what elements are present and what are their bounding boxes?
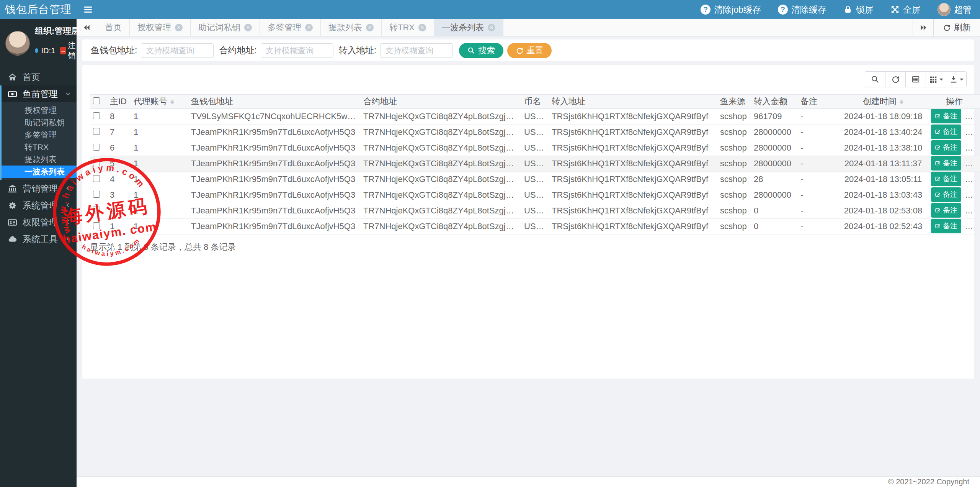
- cell-agent: 1: [131, 203, 188, 219]
- sidebar-item-marketing[interactable]: 营销管理: [0, 180, 77, 197]
- sidebar-subitem[interactable]: 转TRX: [2, 141, 77, 153]
- row-checkbox[interactable]: [93, 128, 100, 135]
- sidebar-subitem[interactable]: 提款列表: [2, 153, 77, 166]
- delete-button[interactable]: ×删除: [966, 141, 980, 156]
- tabs-scroll-right-button[interactable]: [913, 19, 933, 36]
- sidebar-item-permissions[interactable]: 权限管理: [0, 214, 77, 231]
- cell-coin: USDT: [521, 156, 549, 172]
- tab-close-icon[interactable]: ×: [305, 24, 313, 31]
- sidebar-submenu: 授权管理 助记词私钥 多签管理 转TRX 提款列表 一波杀列表: [2, 102, 77, 180]
- wallet-address-input[interactable]: [141, 43, 214, 58]
- cell-wallet: TJeamPKhR1Kr95m9n7TdL6uxcAofjvH5Q3: [188, 156, 360, 172]
- lock-screen-button[interactable]: 锁屏: [835, 0, 882, 19]
- x-icon: ×: [970, 192, 974, 198]
- delete-button[interactable]: ×删除: [966, 125, 980, 140]
- table-columns-button[interactable]: [926, 71, 946, 87]
- sidebar-subitem[interactable]: 一波杀列表: [2, 166, 77, 178]
- wallet-address-label: 鱼钱包地址:: [91, 44, 137, 56]
- tab[interactable]: 助记词私钥 ×: [191, 19, 260, 36]
- search-icon: [467, 47, 475, 54]
- table-row: 3 1 TJeamPKhR1Kr95m9n7TdL6uxcAofjvH5Q3 T…: [90, 187, 980, 203]
- fullscreen-button[interactable]: 全屏: [882, 0, 929, 19]
- tab-label: 一波杀列表: [442, 22, 484, 33]
- tab[interactable]: 提款列表 ×: [321, 19, 382, 36]
- row-checkbox[interactable]: [93, 144, 100, 151]
- tab[interactable]: 授权管理 ×: [130, 19, 191, 36]
- row-checkbox[interactable]: [93, 175, 100, 182]
- logout-button[interactable]: → 注销: [60, 40, 80, 61]
- tab-close-icon[interactable]: ×: [366, 24, 374, 31]
- tab-label: 提款列表: [328, 22, 362, 33]
- row-checkbox[interactable]: [93, 159, 100, 166]
- sidebar-item-label: 系统工具: [23, 233, 58, 245]
- refresh-tab-button[interactable]: 刷新: [933, 19, 980, 36]
- note-button[interactable]: 备注: [931, 187, 961, 202]
- note-button[interactable]: 备注: [931, 140, 961, 155]
- note-button[interactable]: 备注: [931, 109, 961, 123]
- sidebar-subitem[interactable]: 助记词私钥: [2, 116, 77, 129]
- records-summary: 显示第 1 到第 8 条记录，总共 8 条记录: [90, 241, 967, 253]
- note-button[interactable]: 备注: [931, 125, 961, 139]
- row-checkbox[interactable]: [93, 222, 100, 229]
- table-export-button[interactable]: [946, 71, 967, 87]
- sidebar-subitem[interactable]: 多签管理: [2, 129, 77, 141]
- tab-close-icon[interactable]: ×: [488, 24, 495, 31]
- grid-icon: [929, 75, 938, 84]
- table-detail-view-button[interactable]: [905, 71, 926, 87]
- tab-close-icon[interactable]: ×: [418, 24, 426, 31]
- sidebar-subitem[interactable]: 授权管理: [2, 104, 77, 116]
- sidebar-item-system[interactable]: 系统管理: [0, 197, 77, 214]
- row-checkbox[interactable]: [93, 207, 100, 213]
- sidebar-item-home[interactable]: 首页: [0, 69, 77, 85]
- delete-button[interactable]: ×删除: [966, 172, 980, 187]
- table-row: 1 1 TJeamPKhR1Kr95m9n7TdL6uxcAofjvH5Q3 T…: [90, 219, 980, 234]
- select-all-checkbox[interactable]: [93, 97, 100, 104]
- tab[interactable]: 首页: [97, 19, 130, 36]
- delete-button[interactable]: ×删除: [966, 204, 980, 218]
- row-checkbox[interactable]: [93, 112, 100, 119]
- note-button[interactable]: 备注: [931, 172, 961, 186]
- cell-note: -: [797, 187, 840, 203]
- sidebar-item-fish-management[interactable]: 鱼苗管理: [2, 85, 77, 102]
- sidebar-toggle-button[interactable]: [77, 0, 100, 19]
- col-agent[interactable]: 代理账号: [131, 95, 188, 109]
- clear-job-cache-button[interactable]: ? 清除job缓存: [692, 0, 769, 19]
- search-button[interactable]: 搜索: [459, 43, 503, 58]
- row-checkbox[interactable]: [93, 191, 100, 198]
- tab-close-icon[interactable]: ×: [175, 24, 183, 31]
- tab[interactable]: 多签管理 ×: [260, 19, 321, 36]
- edit-icon: [935, 176, 941, 182]
- to-address-input[interactable]: [380, 43, 453, 58]
- delete-button-label: 删除: [976, 222, 980, 232]
- sidebar-item-tools[interactable]: 系统工具: [0, 231, 77, 248]
- delete-button[interactable]: ×删除: [966, 157, 980, 171]
- note-button[interactable]: 备注: [931, 203, 961, 218]
- download-icon: [949, 75, 958, 84]
- delete-button[interactable]: ×删除: [966, 188, 980, 203]
- lock-icon: [843, 5, 853, 14]
- note-button[interactable]: 备注: [931, 219, 961, 233]
- question-circle-icon: ?: [701, 5, 710, 15]
- delete-button[interactable]: ×删除: [966, 110, 980, 124]
- cell-to-address: TRSjst6KhHQ1RTXf8cNfekjGXQAR9tfByf: [549, 125, 717, 140]
- tab[interactable]: 一波杀列表 ×: [434, 19, 503, 36]
- cell-wallet: TJeamPKhR1Kr95m9n7TdL6uxcAofjvH5Q3: [188, 219, 360, 234]
- clear-cache-button[interactable]: ? 清除缓存: [769, 0, 835, 19]
- note-button[interactable]: 备注: [931, 156, 961, 171]
- gear-icon: [7, 201, 18, 210]
- cell-agent: 1: [131, 125, 188, 140]
- tab[interactable]: 转TRX ×: [382, 19, 434, 36]
- user-menu-button[interactable]: 超管: [929, 0, 980, 19]
- contract-address-input[interactable]: [261, 43, 333, 58]
- col-created[interactable]: 创建时间: [840, 95, 927, 109]
- cell-to-address: TRSjst6KhHQ1RTXf8cNfekjGXQAR9tfByf: [549, 109, 717, 125]
- delete-button-label: 删除: [976, 175, 980, 185]
- cell-source: scshop: [717, 187, 751, 203]
- tab-close-icon[interactable]: ×: [244, 24, 252, 31]
- reset-button[interactable]: 重置: [507, 43, 552, 58]
- table-refresh-button[interactable]: [885, 71, 906, 87]
- delete-button-label: 删除: [976, 143, 980, 153]
- delete-button[interactable]: ×删除: [966, 220, 980, 234]
- cell-actions: 备注 ×删除: [927, 140, 980, 156]
- table-search-button[interactable]: [865, 71, 885, 87]
